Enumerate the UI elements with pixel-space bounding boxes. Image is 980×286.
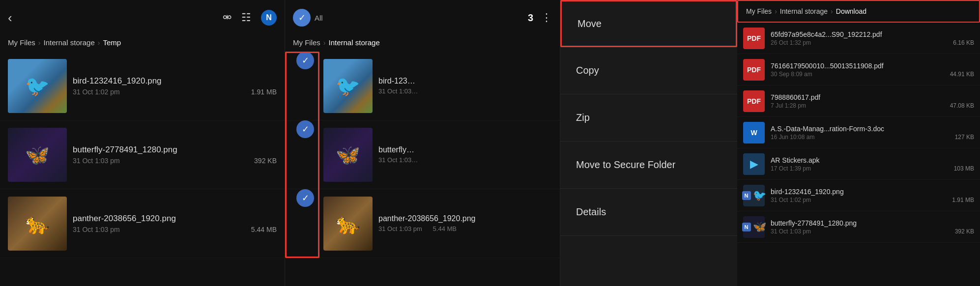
file-name: panther-2038656_1920.png xyxy=(73,214,277,224)
list-item[interactable]: PDF 65fd97a95e8c4a2...S90_192212.pdf 26 … xyxy=(737,23,980,54)
mid-file-info: panther-2038656_1920.png 31 Oct 1:03 pm … xyxy=(378,214,552,232)
file-meta: 31 Oct 1:03 pm 392 KB xyxy=(73,157,277,165)
apk-icon: ▶ xyxy=(743,153,765,175)
new-badge: N xyxy=(742,191,751,200)
list-item[interactable]: N 🦋 butterfly-2778491_1280.png 31 Oct 1:… xyxy=(737,211,980,243)
breadcrumb-sep-2: › xyxy=(98,39,100,47)
left-breadcrumb: My Files › Internal storage › Temp xyxy=(0,35,285,52)
right-file-date: 31 Oct 1:02 pm xyxy=(771,197,811,203)
list-item[interactable]: butterfly-2778491_1280.png 31 Oct 1:03 p… xyxy=(0,120,285,189)
right-file-date: 26 Oct 1:32 pm xyxy=(771,39,811,46)
right-file-size: 103 MB xyxy=(954,165,974,172)
right-file-meta: 30 Sep 8:09 am 44.91 KB xyxy=(771,71,974,78)
pdf-icon: PDF xyxy=(743,28,765,49)
mid-file-meta: 31 Oct 1:03 pm 5.44 MB xyxy=(378,225,552,232)
check-all-container[interactable]: ✓ All xyxy=(293,9,323,27)
right-file-list: PDF 65fd97a95e8c4a2...S90_192212.pdf 26 … xyxy=(737,23,980,286)
file-size: 1.91 MB xyxy=(251,88,277,96)
right-file-date: 17 Oct 1:39 pm xyxy=(771,165,811,172)
right-file-meta: 17 Oct 1:39 pm 103 MB xyxy=(771,165,974,172)
back-button[interactable]: ‹ xyxy=(8,10,12,26)
list-item[interactable]: ▶ AR Stickers.apk 17 Oct 1:39 pm 103 MB xyxy=(737,148,980,180)
mid-breadcrumb-myfiles[interactable]: My Files xyxy=(293,38,320,47)
mid-toolbar: ✓ All 3 ⋮ xyxy=(285,0,560,35)
mid-file-meta: 31 Oct 1:03… xyxy=(378,87,552,95)
right-file-date: 7 Jul 1:28 pm xyxy=(771,102,806,109)
list-item[interactable]: N 🐦 bird-1232416_1920.png 31 Oct 1:02 pm… xyxy=(737,180,980,211)
breadcrumb-internal[interactable]: Internal storage xyxy=(44,38,95,47)
file-date: 31 Oct 1:03 pm xyxy=(73,157,120,165)
list-item[interactable]: W A.S.-Data-Manag...ration-Form-3.doc 16… xyxy=(737,117,980,148)
file-date: 31 Oct 1:03 pm xyxy=(73,226,120,233)
butterfly-thumbnail xyxy=(8,128,67,182)
right-file-name: A.S.-Data-Manag...ration-Form-3.doc xyxy=(771,125,974,133)
right-bc-myfiles[interactable]: My Files xyxy=(746,7,772,15)
doc-icon: W xyxy=(743,122,765,143)
file-date: 31 Oct 1:02 pm xyxy=(73,88,120,96)
file-info: bird-1232416_1920.png 31 Oct 1:02 pm 1.9… xyxy=(73,76,277,96)
check-all-icon: ✓ xyxy=(293,9,311,27)
list-item[interactable]: ✓ bird-123… 31 Oct 1:03… xyxy=(285,52,560,120)
right-file-meta: 7 Jul 1:28 pm 47.08 KB xyxy=(771,102,974,109)
right-file-name: AR Stickers.apk xyxy=(771,156,974,164)
left-file-browser: ‹ ⚮ ☷ N My Files › Internal storage › Te… xyxy=(0,0,285,286)
mid-breadcrumb: My Files › Internal storage xyxy=(285,35,560,52)
right-file-date: 30 Sep 8:09 am xyxy=(771,71,812,78)
file-name: butterfly-2778491_1280.png xyxy=(73,145,277,155)
file-size: 392 KB xyxy=(254,157,277,165)
bird-img-icon: N 🐦 xyxy=(743,185,765,206)
breadcrumb-temp: Temp xyxy=(103,38,121,47)
context-copy[interactable]: Copy xyxy=(560,47,737,94)
list-item[interactable]: bird-1232416_1920.png 31 Oct 1:02 pm 1.9… xyxy=(0,52,285,120)
right-file-info: A.S.-Data-Manag...ration-Form-3.doc 16 J… xyxy=(771,125,974,141)
context-move-secure[interactable]: Move to Secure Folder xyxy=(560,142,737,189)
middle-file-browser: ✓ All 3 ⋮ My Files › Internal storage ✓ … xyxy=(285,0,560,286)
context-menu: Move Copy Zip Move to Secure Folder Deta… xyxy=(560,0,737,286)
more-options-icon[interactable]: ⋮ xyxy=(541,11,552,24)
right-file-meta: 26 Oct 1:32 pm 6.16 KB xyxy=(771,39,974,46)
context-details[interactable]: Details xyxy=(560,189,737,236)
mid-file-info: bird-123… 31 Oct 1:03… xyxy=(378,77,552,95)
checkbox-panther[interactable]: ✓ xyxy=(296,189,314,207)
list-item[interactable]: ✓ panther-2038656_1920.png 31 Oct 1:03 p… xyxy=(285,189,560,258)
file-info: panther-2038656_1920.png 31 Oct 1:03 pm … xyxy=(73,214,277,233)
right-bc-internal[interactable]: Internal storage xyxy=(780,7,828,15)
breadcrumb-myfiles[interactable]: My Files xyxy=(8,38,35,47)
right-file-info: AR Stickers.apk 17 Oct 1:39 pm 103 MB xyxy=(771,156,974,172)
grid-icon[interactable]: ☷ xyxy=(241,11,251,24)
context-zip[interactable]: Zip xyxy=(560,94,737,142)
right-file-name: 76166179500010...50013511908.pdf xyxy=(771,62,974,70)
mid-breadcrumb-sep: › xyxy=(323,39,326,47)
right-bc-sep1: › xyxy=(775,7,777,15)
mid-file-name: bird-123… xyxy=(378,77,552,86)
file-meta: 31 Oct 1:02 pm 1.91 MB xyxy=(73,88,277,96)
file-size: 5.44 MB xyxy=(251,226,277,233)
right-breadcrumb: My Files › Internal storage › Download xyxy=(737,0,980,23)
checkbox-bird[interactable]: ✓ xyxy=(296,52,314,69)
list-item[interactable]: PDF 7988860617.pdf 7 Jul 1:28 pm 47.08 K… xyxy=(737,86,980,117)
right-file-date: 16 Jun 10:08 am xyxy=(771,134,814,141)
context-move[interactable]: Move xyxy=(560,0,737,47)
right-file-info: 65fd97a95e8c4a2...S90_192212.pdf 26 Oct … xyxy=(771,30,974,46)
checkbox-butterfly[interactable]: ✓ xyxy=(296,120,314,138)
right-file-info: 7988860617.pdf 7 Jul 1:28 pm 47.08 KB xyxy=(771,93,974,109)
butterfly-img-icon: N 🦋 xyxy=(743,216,765,238)
right-file-size: 1.91 MB xyxy=(952,197,974,203)
right-file-name: 7988860617.pdf xyxy=(771,93,974,101)
mid-file-name: butterfly… xyxy=(378,145,552,154)
list-item[interactable]: ✓ butterfly… 31 Oct 1:03… xyxy=(285,120,560,189)
notification-icon[interactable]: N xyxy=(261,10,277,26)
right-file-meta: 16 Jun 10:08 am 127 KB xyxy=(771,134,974,141)
pdf-icon: PDF xyxy=(743,90,765,112)
profile-badge: N xyxy=(261,10,277,26)
right-file-name: 65fd97a95e8c4a2...S90_192212.pdf xyxy=(771,30,974,38)
right-file-info: 76166179500010...50013511908.pdf 30 Sep … xyxy=(771,62,974,78)
search-icon[interactable]: ⚮ xyxy=(223,11,231,24)
list-item[interactable]: PDF 76166179500010...50013511908.pdf 30 … xyxy=(737,54,980,86)
mid-file-meta: 31 Oct 1:03… xyxy=(378,156,552,164)
list-item[interactable]: panther-2038656_1920.png 31 Oct 1:03 pm … xyxy=(0,189,285,258)
bird-thumbnail xyxy=(8,59,67,113)
left-file-list: bird-1232416_1920.png 31 Oct 1:02 pm 1.9… xyxy=(0,52,285,286)
right-file-size: 127 KB xyxy=(955,134,974,141)
new-badge: N xyxy=(742,223,751,231)
